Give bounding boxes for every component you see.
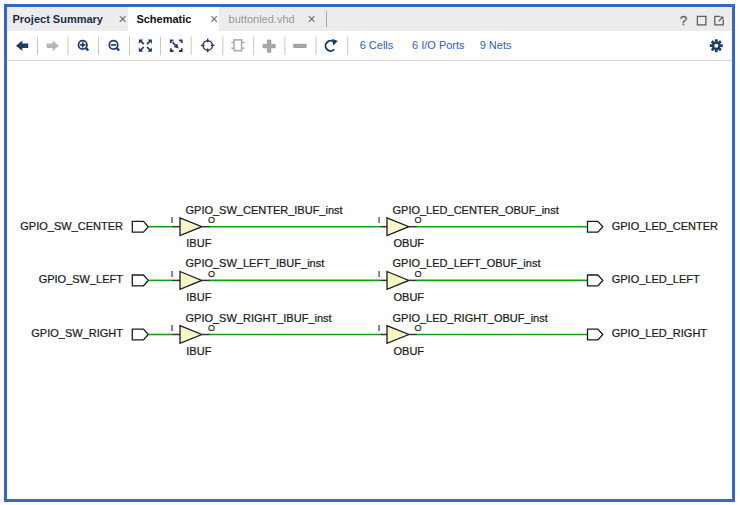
svg-text:O: O [414,323,421,333]
svg-text:GPIO_SW_LEFT_IBUF_inst: GPIO_SW_LEFT_IBUF_inst [186,257,325,269]
svg-text:GPIO_LED_LEFT_OBUF_inst: GPIO_LED_LEFT_OBUF_inst [393,257,541,269]
svg-text:IBUF: IBUF [186,291,211,303]
svg-text:O: O [208,323,215,333]
svg-text:GPIO_LED_CENTER_OBUF_inst: GPIO_LED_CENTER_OBUF_inst [393,204,559,216]
svg-text:GPIO_LED_LEFT: GPIO_LED_LEFT [612,273,700,285]
svg-text:I: I [378,323,381,333]
svg-text:GPIO_SW_RIGHT_IBUF_inst: GPIO_SW_RIGHT_IBUF_inst [186,312,332,324]
svg-text:GPIO_SW_CENTER_IBUF_inst: GPIO_SW_CENTER_IBUF_inst [186,204,343,216]
svg-text:O: O [208,269,215,279]
svg-text:GPIO_LED_CENTER: GPIO_LED_CENTER [612,220,718,232]
svg-text:O: O [208,215,215,225]
svg-text:GPIO_LED_RIGHT_OBUF_inst: GPIO_LED_RIGHT_OBUF_inst [393,312,548,324]
svg-text:GPIO_SW_CENTER: GPIO_SW_CENTER [20,220,123,232]
svg-text:OBUF: OBUF [394,345,425,357]
svg-text:I: I [378,269,381,279]
svg-text:IBUF: IBUF [186,237,211,249]
svg-text:I: I [171,215,174,225]
svg-text:O: O [414,269,421,279]
svg-text:?: ? [680,13,688,28]
svg-text:GPIO_LED_RIGHT: GPIO_LED_RIGHT [612,327,708,339]
svg-text:I: I [171,323,174,333]
svg-text:6 Cells: 6 Cells [360,39,394,51]
svg-text:I: I [378,215,381,225]
svg-text:IBUF: IBUF [186,345,211,357]
svg-text:OBUF: OBUF [394,237,425,249]
svg-text:O: O [414,215,421,225]
svg-text:GPIO_SW_LEFT: GPIO_SW_LEFT [39,273,124,285]
svg-text:OBUF: OBUF [394,291,425,303]
svg-text:6 I/O Ports: 6 I/O Ports [412,39,465,51]
svg-text:I: I [171,269,174,279]
svg-text:9 Nets: 9 Nets [480,39,512,51]
svg-text:GPIO_SW_RIGHT: GPIO_SW_RIGHT [31,327,123,339]
